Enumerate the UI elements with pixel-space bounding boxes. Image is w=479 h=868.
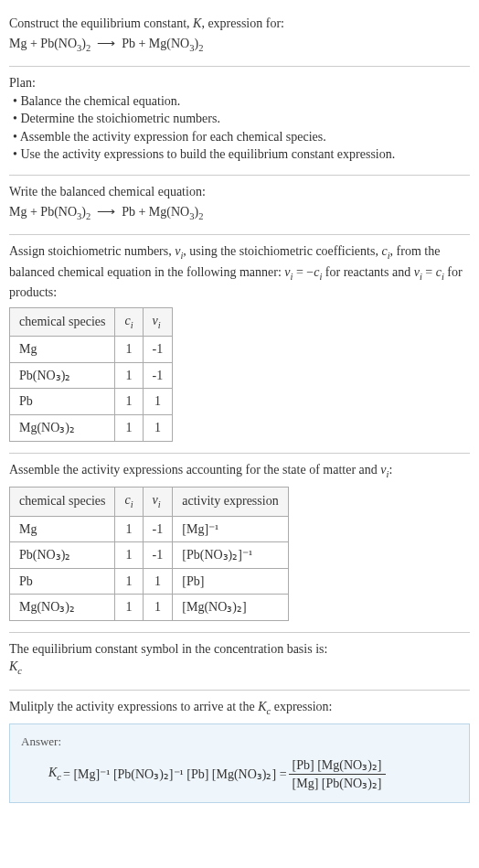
fraction-denominator: [Mg] [Pb(NO₃)₂] <box>289 775 386 793</box>
symbol-section: The equilibrium constant symbol in the c… <box>9 633 470 691</box>
cell-ci: 1 <box>115 337 143 363</box>
answer-equation: Kc = [Mg]⁻¹ [Pb(NO₃)₂]⁻¹ [Pb] [Mg(NO₃)₂]… <box>21 756 458 793</box>
table-row: Pb11[Pb] <box>10 568 289 595</box>
plan-item-3-text: Use the activity expressions to build th… <box>20 147 395 161</box>
h1i: i <box>131 319 133 329</box>
cell-vi: 1 <box>143 595 173 621</box>
cell-vi: -1 <box>143 542 173 569</box>
balanced-section: Write the balanced chemical equation: Mg… <box>9 176 470 235</box>
plan-item-1: • Determine the stoichiometric numbers. <box>13 110 470 128</box>
cell-expr: [Pb] <box>173 568 288 595</box>
cell-vi: 1 <box>143 414 173 441</box>
bal-sub2: 2 <box>86 210 90 220</box>
eq-prod: = <box>422 265 436 279</box>
cell-species: Pb(NO₃)₂ <box>10 362 115 389</box>
plan-item-2-text: Assemble the activity expression for eac… <box>20 130 326 144</box>
cell-species: Mg(NO₃)₂ <box>10 414 115 441</box>
plan-item-1-text: Determine the stoichiometric numbers. <box>20 112 220 125</box>
table-row: Mg1-1[Mg]⁻¹ <box>10 516 289 542</box>
prompt-text-b: , expression for: <box>201 16 284 30</box>
fraction-numerator: [Pb] [Mg(NO₃)₂] <box>289 756 386 776</box>
ah2i: i <box>158 499 161 509</box>
symbol-value: Kc <box>9 658 470 678</box>
K-symbol: K <box>193 16 201 30</box>
bal-sub2b: 2 <box>198 210 203 220</box>
act-b: : <box>389 463 392 477</box>
cell-species: Pb <box>10 568 115 595</box>
activity-heading: Assemble the activity expressions accoun… <box>9 461 470 481</box>
stoich-section: Assign stoichiometric numbers, νi, using… <box>9 235 470 453</box>
prompt-title: Construct the equilibrium constant, K, e… <box>9 15 470 33</box>
cell-expr: [Mg(NO₃)₂] <box>173 595 288 621</box>
sub2b: 2 <box>198 42 203 52</box>
cell-ci: 1 <box>115 595 143 621</box>
col-ci: ci <box>115 307 143 336</box>
balanced-heading: Write the balanced chemical equation: <box>9 183 470 201</box>
cell-species: Pb(NO₃)₂ <box>10 542 115 569</box>
plan-section: Plan: • Balance the chemical equation. •… <box>9 67 470 176</box>
answer-fraction: [Pb] [Mg(NO₃)₂] [Mg] [Pb(NO₃)₂] <box>289 756 386 793</box>
cell-vi: -1 <box>143 516 173 542</box>
cell-species: Mg <box>10 337 115 363</box>
ans-c: c <box>57 772 61 782</box>
prompt-reaction: Mg + Pb(NO3)2 ⟶ Pb + Mg(NO3)2 <box>9 35 470 55</box>
cell-expr: [Pb(NO₃)₂]⁻¹ <box>173 542 288 569</box>
eq-react: = − <box>293 265 314 279</box>
reactant-text: Mg + Pb(NO <box>9 37 77 50</box>
symbol-heading: The equilibrium constant symbol in the c… <box>9 640 470 659</box>
cell-expr: [Mg]⁻¹ <box>173 516 288 542</box>
multiply-heading: Mulitply the activity expressions to arr… <box>9 698 470 718</box>
prompt-text-a: Construct the equilibrium constant, <box>9 16 193 30</box>
h2i: i <box>158 319 161 329</box>
stoich-a: Assign stoichiometric numbers, <box>9 244 175 258</box>
answer-section: Mulitply the activity expressions to arr… <box>9 691 470 814</box>
act-a: Assemble the activity expressions accoun… <box>9 463 380 477</box>
plan-heading: Plan: <box>9 74 470 92</box>
ans-K: K <box>48 766 57 779</box>
cell-vi: 1 <box>143 568 173 595</box>
table-header-row: chemical species ci νi <box>10 307 173 336</box>
cell-vi: -1 <box>143 362 173 389</box>
table-row: Mg(NO₃)₂11 <box>10 414 173 441</box>
sub3: 3 <box>77 42 81 52</box>
arrow-icon: ⟶ <box>97 37 115 50</box>
cell-ci: 1 <box>115 568 143 595</box>
bal-arrow-icon: ⟶ <box>97 205 115 219</box>
mul-K: K <box>258 700 266 713</box>
cell-ci: 1 <box>115 414 143 441</box>
stoich-table: chemical species ci νi Mg1-1 Pb(NO₃)₂1-1… <box>9 307 173 442</box>
product-text: Pb + Mg(NO <box>122 37 189 50</box>
table-row: Pb(NO₃)₂1-1[Pb(NO₃)₂]⁻¹ <box>10 542 289 569</box>
answer-label: Answer: <box>21 734 458 750</box>
ah1i: i <box>131 499 133 509</box>
plan-item-3: • Use the activity expressions to build … <box>13 145 470 164</box>
sub2: 2 <box>86 42 90 52</box>
h0: chemical species <box>19 315 105 328</box>
stoich-text: Assign stoichiometric numbers, νi, using… <box>9 242 470 302</box>
bal-sub3: 3 <box>77 210 81 220</box>
ans-middle: = [Mg]⁻¹ [Pb(NO₃)₂]⁻¹ [Pb] [Mg(NO₃)₂] = <box>63 766 287 784</box>
sub3b: 3 <box>189 42 194 52</box>
col-species: chemical species <box>10 488 115 516</box>
bal-sub3b: 3 <box>189 210 194 220</box>
col-vi: νi <box>143 488 173 516</box>
ans-Kc: Kc <box>48 764 61 784</box>
mul-a: Mulitply the activity expressions to arr… <box>9 700 258 713</box>
cell-vi: 1 <box>143 389 173 415</box>
bal-product: Pb + Mg(NO <box>122 205 189 219</box>
table-row: Pb11 <box>10 389 173 415</box>
plan-item-0-text: Balance the chemical equation. <box>20 94 180 108</box>
table-header-row: chemical species ci νi activity expressi… <box>10 488 289 516</box>
stoich-d: for reactants and <box>322 265 413 279</box>
cell-ci: 1 <box>115 516 143 542</box>
cell-ci: 1 <box>115 389 143 415</box>
cell-species: Mg <box>10 516 115 542</box>
col-expr: activity expression <box>173 488 288 516</box>
cell-species: Mg(NO₃)₂ <box>10 595 115 621</box>
cell-species: Pb <box>10 389 115 415</box>
bal-reactant: Mg + Pb(NO <box>9 205 77 219</box>
col-vi: νi <box>143 307 173 336</box>
cell-ci: 1 <box>115 362 143 389</box>
table-row: Pb(NO₃)₂1-1 <box>10 362 173 389</box>
answer-box: Answer: Kc = [Mg]⁻¹ [Pb(NO₃)₂]⁻¹ [Pb] [M… <box>9 723 470 802</box>
